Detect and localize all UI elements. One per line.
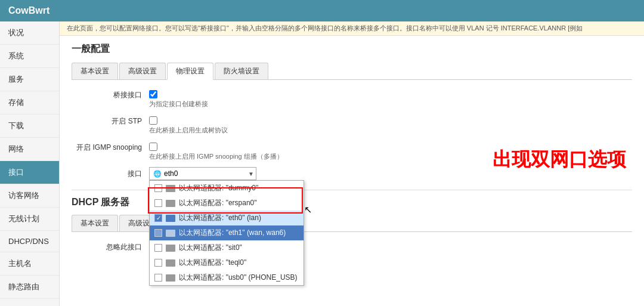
icon-sit0 (166, 245, 175, 252)
bridge-row: 桥接接口 为指定接口创建桥接 (72, 88, 632, 109)
checkbox-teql0[interactable] (154, 259, 162, 267)
igmp-hint: 在此桥接上启用 IGMP snooping 组播（多播） (149, 152, 283, 161)
stp-row: 开启 STP 在此桥接上启用生成树协议 (72, 115, 632, 135)
sidebar-item-9[interactable]: DHCP/DNS (0, 231, 59, 252)
select-arrow-icon: ▼ (248, 171, 254, 177)
label-usb0: 以太网适配器: "usb0" (PHONE_USB) (179, 273, 298, 283)
icon-usb0 (166, 274, 175, 282)
sidebar-item-10[interactable]: 主机名 (0, 252, 59, 276)
sidebar: 状况系统服务存储下载网络接口访客网络无线计划DHCP/DNS主机名静态路由诊断防… (0, 21, 60, 306)
bridge-checkbox[interactable] (149, 90, 157, 98)
label-erspan0: 以太网适配器: "erspan0" (179, 198, 257, 208)
content-inner: 一般配置 基本设置 高级设置 物理设置 防火墙设置 桥接接口 为指定接口创建桥接… (60, 36, 644, 302)
label-eth1: 以太网适配器: "eth1" (wan, wan6) (179, 228, 286, 238)
interface-select-wrapper[interactable]: 🌐 eth0 ▼ 以太网适配器: "dummy0" (149, 167, 256, 180)
sidebar-item-12[interactable]: 诊断 (0, 299, 59, 306)
section-title: 一般配置 (72, 43, 632, 55)
checkbox-eth0[interactable]: ✓ (154, 214, 162, 222)
tab-firewall[interactable]: 防火墙设置 (215, 63, 268, 79)
igmp-checkbox[interactable] (149, 143, 157, 151)
dropdown-item-1[interactable]: 以太网适配器: "erspan0" (150, 196, 304, 211)
igmp-label: 开启 IGMP snooping (72, 141, 149, 153)
interface-label: 接口 (72, 167, 149, 179)
sidebar-item-0[interactable]: 状况 (0, 21, 59, 45)
bridge-label: 桥接接口 (72, 88, 149, 100)
tab-physical[interactable]: 物理设置 (167, 63, 213, 80)
label-sit0: 以太网适配器: "sit0" (179, 243, 242, 253)
sidebar-item-8[interactable]: 无线计划 (0, 208, 59, 231)
label-dummy0: 以太网适配器: "dummy0" (179, 183, 258, 193)
sidebar-item-7[interactable]: 访客网络 (0, 184, 59, 208)
sidebar-item-1[interactable]: 系统 (0, 45, 59, 68)
content-area: 在此页面，您可以配置网络接口。您可以写选"桥接接口"，并输入由空格分隔的多个网络… (60, 21, 644, 306)
label-eth0: 以太网适配器: "eth0" (lan) (179, 213, 261, 223)
stp-hint: 在此桥接上启用生成树协议 (149, 126, 228, 135)
tabs-container: 基本设置 高级设置 物理设置 防火墙设置 (72, 63, 632, 80)
icon-erspan0 (166, 200, 175, 207)
dropdown-item-6[interactable]: 以太网适配器: "usb0" (PHONE_USB) (150, 270, 304, 285)
icon-eth0 (166, 215, 175, 222)
stp-checkbox[interactable] (149, 116, 157, 125)
bridge-control: 为指定接口创建桥接 (149, 88, 208, 109)
checkbox-erspan0[interactable] (154, 199, 162, 207)
dropdown-item-0[interactable]: 以太网适配器: "dummy0" (150, 181, 304, 196)
sidebar-item-6[interactable]: 接口 (0, 161, 59, 184)
icon-dummy0 (166, 185, 175, 192)
sidebar-item-4[interactable]: 下载 (0, 115, 59, 138)
cursor-icon: ↖ (304, 204, 312, 215)
stp-label: 开启 STP (72, 115, 149, 126)
sidebar-item-2[interactable]: 服务 (0, 68, 59, 91)
info-bar: 在此页面，您可以配置网络接口。您可以写选"桥接接口"，并输入由空格分隔的多个网络… (60, 21, 644, 36)
icon-eth1 (166, 230, 175, 237)
bridge-hint: 为指定接口创建桥接 (149, 100, 208, 109)
dropdown-item-4[interactable]: 以太网适配器: "sit0" (150, 240, 304, 255)
igmp-control: 在此桥接上启用 IGMP snooping 组播（多播） (149, 141, 283, 161)
checkbox-dummy0[interactable] (154, 184, 162, 192)
info-bar-text: 在此页面，您可以配置网络接口。您可以写选"桥接接口"，并输入由空格分隔的多个网络… (67, 24, 583, 32)
tab-advanced[interactable]: 高级设置 (119, 63, 166, 79)
interface-select-display[interactable]: 🌐 eth0 ▼ (149, 167, 256, 180)
tab-basic[interactable]: 基本设置 (72, 63, 118, 79)
app-title: CowBwrt (8, 5, 49, 16)
stp-control: 在此桥接上启用生成树协议 (149, 115, 228, 135)
dhcp-tab-basic[interactable]: 基本设置 (72, 215, 118, 231)
icon-teql0 (166, 259, 175, 267)
label-teql0: 以太网适配器: "teql0" (179, 258, 246, 268)
annotation-text: 出现双网口选项 (493, 147, 626, 173)
sidebar-item-3[interactable]: 存储 (0, 91, 59, 115)
dropdown-item-2[interactable]: ✓ 以太网适配器: "eth0" (lan) (150, 211, 304, 225)
checkbox-usb0[interactable] (154, 274, 162, 282)
dropdown-item-3[interactable]: 以太网适配器: "eth1" (wan, wan6) (150, 225, 304, 240)
ignore-label: 忽略此接口 (72, 240, 149, 252)
sidebar-item-5[interactable]: 网络 (0, 138, 59, 161)
checkbox-sit0[interactable] (154, 244, 162, 252)
top-bar: CowBwrt (0, 0, 644, 21)
sidebar-item-11[interactable]: 静态路由 (0, 276, 59, 299)
dropdown-item-5[interactable]: 以太网适配器: "teql0" (150, 255, 304, 270)
dropdown-list: 以太网适配器: "dummy0" 以太网适配器: "erspan0" ✓ 以太网… (149, 180, 304, 286)
interface-select-value: eth0 (164, 169, 178, 178)
interface-control: 🌐 eth0 ▼ 以太网适配器: "dummy0" (149, 167, 256, 180)
checkbox-eth1[interactable] (154, 229, 162, 237)
